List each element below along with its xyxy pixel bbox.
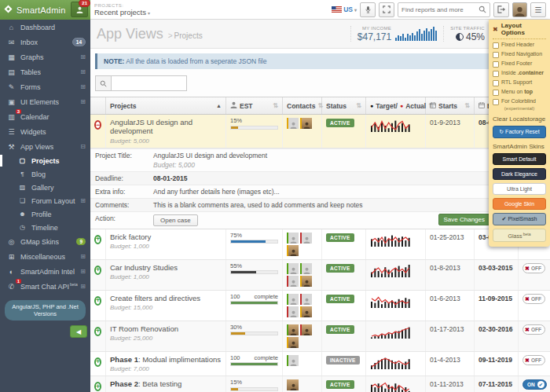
layout-option-fixed-footer[interactable]: Fixed Footer [493,60,546,68]
sidebar-item-gmap-skins[interactable]: ◎GMap Skins9 [0,234,90,249]
sidebar-item-gallery[interactable]: ▨Gallery [0,181,90,194]
table-row[interactable]: +IT Room RenovationBudget: 25,00030%ACTI… [90,321,550,352]
sidebar-item-miscellaneous[interactable]: ⊞Miscellaneous⊞ [0,249,90,264]
expand-cell[interactable]: + [90,229,106,259]
sidebar-item-graphs[interactable]: ▦Graphs⊞ [0,49,90,64]
row-toggle[interactable]: ✖OFF [522,324,545,335]
fullscreen-button[interactable] [379,2,394,17]
contact-avatar[interactable] [287,233,299,244]
sidebar-item-smartadmin-intel[interactable]: ◐SmartAdmin Intel⊞ [0,264,90,279]
contact-avatar[interactable] [300,276,312,287]
sidebar-item-widgets[interactable]: ☰Widgets [0,124,90,139]
activity-button[interactable]: 21 [71,2,88,17]
layout-option-for-colorblind[interactable]: For Colorblind [493,98,546,105]
contact-avatar[interactable] [287,379,299,390]
sidebar-item-inbox[interactable]: ✉Inbox14 [0,35,90,49]
expand-cell[interactable]: + [90,376,106,392]
table-row[interactable]: +Brick factoryBudget: 1,00075%ACTIVE01-2… [90,229,550,260]
contact-avatar[interactable] [300,118,312,129]
row-toggle[interactable]: ON✔ [522,379,547,390]
expand-cell[interactable]: + [90,260,106,290]
project-selector[interactable]: PROJECTS: Recent projects▾ [94,3,150,16]
close-icon[interactable]: ✖ [493,26,498,33]
contact-avatar[interactable] [287,118,299,129]
column-header-target-actual[interactable]: ●Target/●Actual⇅ [366,97,426,114]
layout-option-inside-container[interactable]: Inside .container [493,70,546,77]
contact-avatar[interactable] [300,324,312,335]
skin-button-ultra-light[interactable]: Ultra Light [493,183,546,195]
sidebar-item-dashboard[interactable]: ⌂Dashboard [0,20,90,35]
sidebar-item-projects[interactable]: ▢Projects [0,154,90,167]
sort-icon[interactable]: ⇅ [356,102,361,109]
sort-icon[interactable]: ⇅ [464,102,470,109]
checkbox[interactable] [493,80,499,86]
skin-button-smart-default[interactable]: Smart Default [493,153,546,165]
checkbox[interactable] [493,52,499,58]
expand-icon[interactable]: ⊞ [80,197,86,204]
skin-button-dark-elegance[interactable]: Dark Elegance [493,168,546,180]
contact-avatar[interactable] [287,263,299,274]
contact-avatar[interactable] [287,245,299,256]
header-search-input[interactable] [402,6,478,13]
skin-button-glass[interactable]: Glass beta [493,229,546,242]
menu-button[interactable]: ☰ [530,2,546,17]
contact-avatar[interactable] [300,306,312,317]
collapse-row-icon[interactable]: − [94,120,101,130]
table-row[interactable]: +Create filters and directivesBudget: 15… [90,291,550,321]
expand-cell[interactable]: − [90,115,106,148]
expand-icon[interactable]: ⊟ [80,143,86,150]
column-header-starts[interactable]: Starts⇅ [426,97,475,114]
expand-icon[interactable]: ⊞ [80,83,86,90]
contact-avatar[interactable] [300,233,312,244]
contact-avatar[interactable] [287,355,299,366]
contact-avatar[interactable] [287,337,299,348]
checkbox[interactable] [493,90,499,96]
column-header-projects[interactable]: Projects▲ [106,97,226,114]
search-icon[interactable] [478,5,486,13]
expand-row-icon[interactable]: + [94,382,101,391]
row-toggle[interactable]: ✖OFF [522,355,545,365]
checkbox[interactable] [493,71,499,77]
expand-row-icon[interactable]: + [94,296,101,306]
column-header-contacts[interactable]: Contacts⇅ [283,97,322,114]
table-row[interactable]: +Car Industry StudiesBudget: 1,00055%ACT… [90,260,550,291]
expand-icon[interactable]: ⊞ [80,98,86,105]
sidebar-item-timeline[interactable]: ◷Timeline [0,221,90,234]
column-header-est[interactable]: EST⇅ [226,97,283,114]
sidebar-item-calendar[interactable]: ▥3Calendar [0,109,90,124]
sidebar-item-smart-chat-api[interactable]: ✆1Smart Chat APIbeta⊞ [0,279,90,294]
open-case-button[interactable]: Open case [153,214,198,226]
table-row[interactable]: −AngularJS UI design and developmentBudg… [90,115,550,148]
factory-reset-button[interactable]: ↻ Factory Reset [493,126,546,138]
sign-out-button[interactable] [493,2,509,17]
expand-icon[interactable]: ⊞ [80,253,86,260]
sidebar-item-tables[interactable]: ▤Tables⊞ [0,64,90,79]
sidebar-item-ui-elements[interactable]: ▣UI Elements⊞ [0,94,90,109]
row-toggle[interactable]: ✖OFF [522,263,545,273]
minify-nav-button[interactable]: ◀ [70,325,87,338]
row-toggle[interactable]: ✖OFF [522,294,545,304]
contact-avatar[interactable] [300,294,312,305]
contact-avatar[interactable] [287,306,299,317]
breadcrumb[interactable]: Projects [174,31,203,40]
sort-icon[interactable]: ⇅ [273,102,278,109]
expand-row-icon[interactable]: + [94,266,101,275]
expand-cell[interactable]: + [90,321,106,351]
language-selector[interactable]: US▾ [332,5,357,13]
expand-row-icon[interactable]: + [94,357,101,367]
skin-button-google-skin[interactable]: Google Skin [493,198,546,210]
expand-row-icon[interactable]: + [94,327,101,336]
expand-icon[interactable]: ⊞ [80,283,86,290]
expand-cell[interactable]: + [90,352,106,376]
checkbox[interactable] [493,42,499,49]
expand-icon[interactable]: ⊞ [80,68,86,75]
table-row[interactable]: +Phase 2: Beta testingNo budget was lock… [90,376,550,392]
expand-row-icon[interactable]: + [94,235,101,244]
expand-icon[interactable]: ⊞ [80,53,86,60]
contact-avatar[interactable] [287,276,299,287]
column-header-status[interactable]: Status⇅ [322,97,366,114]
contact-avatar[interactable] [287,294,299,305]
contact-avatar[interactable] [287,324,299,335]
user-avatar[interactable] [512,2,527,17]
checkbox[interactable] [493,99,499,105]
